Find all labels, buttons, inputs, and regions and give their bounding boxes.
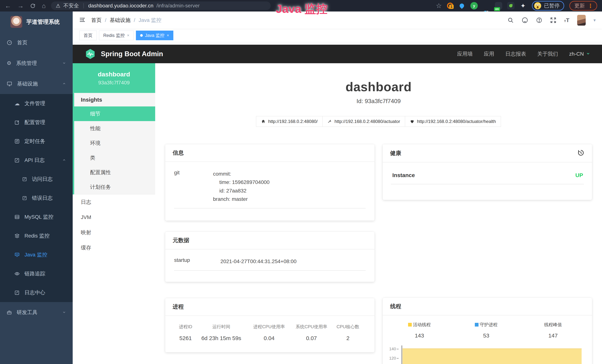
monitor-icon [7, 81, 12, 86]
process-card: 进程 进程ID 运行时间 进程CPU使用率 系统CPU使用率 [165, 298, 375, 352]
sba-item-mappings[interactable]: 映射 [73, 225, 155, 240]
sidebar-item-infra[interactable]: 基础设施 [0, 74, 73, 94]
live-threads-area [402, 348, 582, 364]
sba-nav-journal[interactable]: 日志报表 [505, 50, 526, 57]
history-icon[interactable] [577, 149, 585, 157]
sba-item-scheduled-tasks[interactable]: 计划任务 [74, 180, 155, 194]
sidebar-item-system[interactable]: ⚙ 系统管理 [0, 53, 73, 74]
close-icon[interactable]: × [127, 33, 129, 38]
process-table: 进程ID 运行时间 进程CPU使用率 系统CPU使用率 CPU核心数 [176, 324, 363, 342]
sidebar-item-jobs[interactable]: 定时任务 [0, 132, 73, 151]
cloud-icon: ☁ [14, 100, 20, 107]
sidebar-item-config[interactable]: 配置管理 [0, 113, 73, 132]
service-url-button[interactable]: http://192.168.0.2:48080/ [256, 116, 322, 127]
sidebar-item-java[interactable]: Java 监控 [0, 245, 73, 264]
breadcrumb-infra[interactable]: 基础设施 [110, 17, 130, 24]
sba-item-caches[interactable]: 缓存 [73, 240, 155, 255]
sba-nav-applications[interactable]: 应用 [484, 50, 494, 57]
sba-sidebar: dashboard 93a3fc7f7409 Insights 细节 性能 环境… [73, 63, 155, 364]
daemon-threads-value: 53 [453, 332, 519, 339]
profile-chip[interactable]: 已暂停 [532, 1, 564, 11]
screen: ← → ⌂ ⚠ 不安全 dashboard.yudao.iocoder.cn/i… [0, 0, 602, 364]
sba-item-environment[interactable]: 环境 [74, 136, 155, 150]
sba-nav-wallboard[interactable]: 应用墙 [457, 50, 473, 57]
update-button[interactable]: 更新 ⋮ [569, 1, 597, 11]
help-icon[interactable] [536, 17, 542, 23]
fullscreen-icon[interactable] [550, 17, 556, 23]
forward-icon[interactable]: → [17, 2, 24, 10]
extension-icon[interactable]: 1 [447, 3, 453, 9]
cpu-cores: 2 [333, 335, 363, 342]
sba-item-logs[interactable]: 日志 [73, 194, 155, 210]
info-row-git: git commit: time: 1596289704000 id: 27aa… [174, 170, 366, 208]
user-avatar[interactable] [577, 15, 586, 26]
pin-extension-icon[interactable] [458, 2, 465, 10]
reload-icon[interactable] [30, 3, 36, 9]
process-uptime: 6d 23h 15m 59s [195, 335, 248, 342]
sba-brand[interactable]: Spring Boot Admin [85, 48, 163, 60]
sidebar-item-home[interactable]: 首页 [0, 32, 73, 53]
profile-status: 已暂停 [544, 2, 559, 9]
close-icon[interactable]: × [167, 33, 169, 38]
card-title: 健康 [390, 150, 401, 157]
sidebar-item-log-center[interactable]: 日志中心 [0, 283, 73, 302]
sidebar-item-error-log[interactable]: 错误日志 [0, 189, 73, 207]
tab-redis[interactable]: Redis 监控 × [99, 31, 134, 40]
sidebar-item-redis[interactable]: Redis 监控 [0, 226, 73, 245]
puzzle-extensions-icon[interactable]: ✦ [519, 2, 527, 10]
health-card: 健康 Instance UP [383, 144, 592, 200]
github-icon[interactable] [522, 17, 528, 23]
sidebar-item-access-log[interactable]: 访问日志 [0, 170, 73, 189]
log-icon [22, 196, 27, 201]
sba-nav-about[interactable]: 关于我们 [537, 50, 558, 57]
status-badge: UP [575, 172, 583, 178]
search-icon[interactable] [507, 17, 514, 23]
timer-icon [14, 139, 20, 144]
surprised-face-avatar [534, 2, 541, 10]
sba-item-config-props[interactable]: 配置属性 [74, 165, 155, 180]
log-icon [14, 158, 20, 163]
language-selector[interactable]: zh-CN [569, 51, 590, 57]
app-logo [10, 16, 22, 28]
bookmark-star-icon[interactable]: ☆ [436, 2, 442, 10]
sba-item-classes[interactable]: 类 [74, 150, 155, 165]
tags-view: 首页 Redis 监控 × Java 监控 × [73, 29, 602, 42]
sidebar-logo-row[interactable]: 芋道管理系统 [0, 11, 73, 32]
instance-id: 93a3fc7f7409 [98, 80, 130, 86]
health-url-button[interactable]: http://192.168.0.2:48080/actuator/health [405, 116, 501, 127]
instance-hero: dashboard Id: 93a3fc7f7409 [165, 80, 592, 105]
hamburger-icon[interactable] [79, 17, 86, 24]
right-column: 健康 Instance UP [383, 144, 592, 364]
sidebar-item-files[interactable]: ☁ 文件管理 [0, 94, 73, 113]
address-bar[interactable]: ⚠ 不安全 dashboard.yudao.iocoder.cn/infra/a… [51, 1, 271, 10]
home-icon[interactable]: ⌂ [42, 2, 46, 10]
tab-java[interactable]: Java 监控 × [136, 31, 173, 40]
sba-instance-card[interactable]: dashboard 93a3fc7f7409 [73, 63, 155, 93]
menu-dots-icon[interactable]: ⋮ [588, 3, 593, 9]
actuator-url-button[interactable]: http://192.168.0.2:48080/actuator [322, 116, 405, 127]
font-size-icon[interactable]: тT [564, 17, 569, 23]
chevron-down-icon [62, 310, 66, 315]
breadcrumb-separator: / [105, 17, 107, 23]
breadcrumb: 首页 / 基础设施 / Java 监控 [91, 17, 161, 24]
legend-live-threads: 活动线程 143 [386, 322, 453, 339]
tab-home[interactable]: 首页 [79, 31, 97, 40]
sidebar-item-api-log[interactable]: API 日志 [0, 151, 73, 170]
sba-item-jvm[interactable]: JVM [73, 210, 155, 225]
sba-item-metrics[interactable]: 性能 [74, 121, 155, 136]
sba-brand-name: Spring Boot Admin [101, 50, 163, 58]
chevron-down-icon [62, 60, 66, 66]
legend-peak-threads: 线程峰值 147 [520, 322, 586, 339]
caret-down-icon[interactable]: ▾ [593, 18, 596, 23]
y-extension-icon[interactable]: y [470, 2, 478, 10]
sba-item-details[interactable]: 细节 [73, 107, 155, 121]
back-icon[interactable]: ← [5, 2, 11, 10]
y-tick: 140 [389, 347, 396, 351]
leaf-extension-icon[interactable] [507, 2, 515, 10]
on-extension-icon[interactable]: on [495, 2, 502, 10]
card-title: 元数据 [172, 237, 189, 244]
breadcrumb-home[interactable]: 首页 [91, 17, 102, 24]
sidebar-item-tracing[interactable]: 链路追踪 [0, 264, 73, 283]
sidebar-item-mysql[interactable]: MySQL 监控 [0, 207, 73, 226]
sidebar-item-devtools[interactable]: 研发工具 [0, 302, 73, 323]
